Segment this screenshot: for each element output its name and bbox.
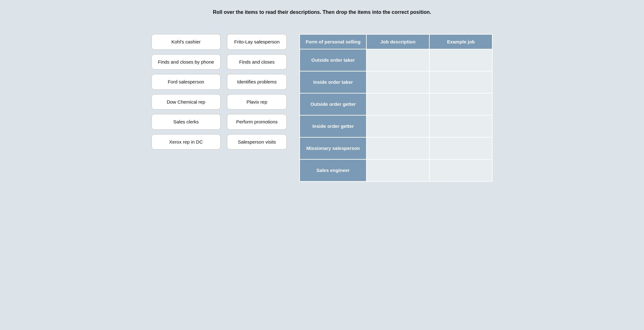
drag-col-1: Kohl's cashierFinds and closes by phoneF… bbox=[151, 34, 221, 150]
table-row: Outside order getter bbox=[300, 93, 492, 115]
category-cell-1: Inside order taker bbox=[300, 71, 366, 93]
drop-cell-desc-0[interactable] bbox=[366, 49, 429, 71]
table-row: Inside order getter bbox=[300, 115, 492, 137]
drop-cell-example-4[interactable] bbox=[429, 137, 492, 159]
drag-item-col1-3[interactable]: Dow Chemical rep bbox=[151, 94, 221, 110]
col-header-job-desc: Job description bbox=[366, 34, 429, 49]
drag-item-col1-1[interactable]: Finds and closes by phone bbox=[151, 54, 221, 70]
table-row: Sales engineer bbox=[300, 159, 492, 181]
drag-item-col2-2[interactable]: Identifies problems bbox=[227, 74, 287, 90]
drop-cell-example-0[interactable] bbox=[429, 49, 492, 71]
drop-cell-example-1[interactable] bbox=[429, 71, 492, 93]
table-row: Outside order taker bbox=[300, 49, 492, 71]
drop-cell-desc-1[interactable] bbox=[366, 71, 429, 93]
drop-cell-example-3[interactable] bbox=[429, 115, 492, 137]
main-area: Kohl's cashierFinds and closes by phoneF… bbox=[151, 34, 493, 182]
drop-cell-example-2[interactable] bbox=[429, 93, 492, 115]
table-row: Inside order taker bbox=[300, 71, 492, 93]
category-cell-3: Inside order getter bbox=[300, 115, 366, 137]
drag-item-col2-0[interactable]: Frito-Lay salesperson bbox=[227, 34, 287, 50]
drop-cell-desc-3[interactable] bbox=[366, 115, 429, 137]
drop-cell-desc-4[interactable] bbox=[366, 137, 429, 159]
drag-item-col2-4[interactable]: Perform promotions bbox=[227, 114, 287, 130]
drag-item-col1-2[interactable]: Ford salesperson bbox=[151, 74, 221, 90]
drop-cell-desc-2[interactable] bbox=[366, 93, 429, 115]
drag-columns: Kohl's cashierFinds and closes by phoneF… bbox=[151, 34, 287, 150]
drop-table: Form of personal selling Job description… bbox=[299, 34, 493, 182]
drag-item-col1-0[interactable]: Kohl's cashier bbox=[151, 34, 221, 50]
category-cell-5: Sales engineer bbox=[300, 159, 366, 181]
drop-cell-desc-5[interactable] bbox=[366, 159, 429, 181]
drag-item-col2-1[interactable]: Finds and closes bbox=[227, 54, 287, 70]
drag-item-col2-3[interactable]: Plavix rep bbox=[227, 94, 287, 110]
drag-col-2: Frito-Lay salespersonFinds and closesIde… bbox=[227, 34, 287, 150]
col-header-example: Example job bbox=[429, 34, 492, 49]
instruction-text: Roll over the items to read their descri… bbox=[213, 9, 431, 15]
drag-item-col1-5[interactable]: Xerox rep in DC bbox=[151, 134, 221, 150]
drop-cell-example-5[interactable] bbox=[429, 159, 492, 181]
category-cell-0: Outside order taker bbox=[300, 49, 366, 71]
drag-item-col1-4[interactable]: Sales clerks bbox=[151, 114, 221, 130]
table-row: Missionary salesperson bbox=[300, 137, 492, 159]
category-cell-2: Outside order getter bbox=[300, 93, 366, 115]
drag-item-col2-5[interactable]: Salesperson visits bbox=[227, 134, 287, 150]
category-cell-4: Missionary salesperson bbox=[300, 137, 366, 159]
col-header-form: Form of personal selling bbox=[300, 34, 366, 49]
